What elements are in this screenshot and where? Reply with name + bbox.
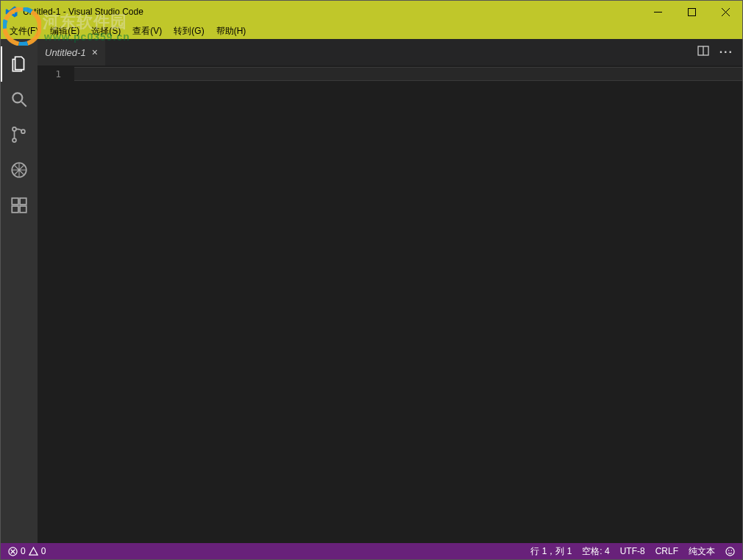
svg-point-14 xyxy=(731,550,732,550)
svg-rect-0 xyxy=(688,8,695,15)
status-cursor-position[interactable]: 行 1，列 1 xyxy=(530,545,572,558)
svg-rect-6 xyxy=(12,198,18,205)
smiley-icon xyxy=(725,547,735,556)
menu-goto[interactable]: 转到(G) xyxy=(168,24,210,39)
search-icon xyxy=(10,90,29,109)
status-warnings[interactable]: 0 xyxy=(29,546,46,556)
svg-point-1 xyxy=(13,93,22,102)
maximize-button[interactable] xyxy=(675,1,708,23)
error-icon xyxy=(8,547,18,556)
title-bar[interactable]: Untitled-1 - Visual Studio Code xyxy=(1,1,742,23)
activity-extensions[interactable] xyxy=(1,188,38,223)
svg-point-3 xyxy=(13,138,16,142)
menu-file[interactable]: 文件(F) xyxy=(4,24,44,39)
vscode-icon xyxy=(5,5,18,18)
svg-rect-9 xyxy=(20,198,26,205)
close-button[interactable] xyxy=(708,1,742,23)
editor-area: Untitled-1 × ··· 1 xyxy=(38,39,742,543)
more-actions-icon[interactable]: ··· xyxy=(719,46,733,59)
bug-icon xyxy=(10,160,29,180)
warning-icon xyxy=(29,547,38,556)
menu-help[interactable]: 帮助(H) xyxy=(210,24,252,39)
status-language[interactable]: 纯文本 xyxy=(689,545,715,558)
window-title: Untitled-1 - Visual Studio Code xyxy=(23,7,143,17)
editor-actions: ··· xyxy=(689,39,742,65)
activity-explorer[interactable] xyxy=(1,46,38,82)
menu-bar: 文件(F) 编辑(E) 选择(S) 查看(V) 转到(G) 帮助(H) xyxy=(1,23,742,39)
status-bar: 0 0 行 1，列 1 空格: 4 UTF-8 CRLF 纯文本 xyxy=(1,543,742,559)
line-number: 1 xyxy=(38,68,61,79)
code-area[interactable] xyxy=(74,65,742,543)
status-indent[interactable]: 空格: 4 xyxy=(582,545,609,558)
status-eol[interactable]: CRLF xyxy=(655,546,678,556)
split-editor-icon[interactable] xyxy=(697,45,709,60)
menu-view[interactable]: 查看(V) xyxy=(127,24,168,39)
line-gutter: 1 xyxy=(38,65,74,543)
editor-tabs: Untitled-1 × ··· xyxy=(38,39,742,65)
svg-point-13 xyxy=(728,550,729,550)
activity-source-control[interactable] xyxy=(1,117,38,152)
files-icon xyxy=(10,54,29,74)
extensions-icon xyxy=(10,196,29,215)
activity-bar xyxy=(1,39,38,543)
tab-close-icon[interactable]: × xyxy=(92,47,98,57)
git-icon xyxy=(10,125,29,144)
editor-body[interactable]: 1 xyxy=(38,65,742,543)
status-errors[interactable]: 0 xyxy=(8,546,26,556)
activity-search[interactable] xyxy=(1,82,38,117)
svg-point-12 xyxy=(726,547,734,555)
svg-rect-8 xyxy=(20,206,26,213)
current-line-highlight xyxy=(74,67,742,81)
svg-point-2 xyxy=(13,127,16,131)
status-encoding[interactable]: UTF-8 xyxy=(620,546,645,556)
main-area: Untitled-1 × ··· 1 xyxy=(1,39,742,543)
menu-select[interactable]: 选择(S) xyxy=(85,24,127,39)
minimize-button[interactable] xyxy=(641,1,675,23)
svg-rect-7 xyxy=(12,206,18,213)
editor-tab[interactable]: Untitled-1 × xyxy=(38,39,106,65)
status-feedback[interactable] xyxy=(725,547,735,556)
tab-label: Untitled-1 xyxy=(45,47,86,58)
menu-edit[interactable]: 编辑(E) xyxy=(44,24,85,39)
activity-debug[interactable] xyxy=(1,152,38,188)
